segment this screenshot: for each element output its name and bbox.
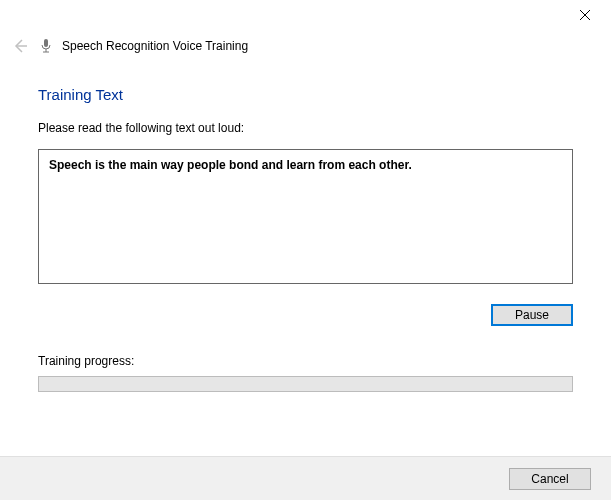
footer: Cancel (0, 456, 611, 500)
instructions-text: Please read the following text out loud: (38, 121, 573, 135)
back-arrow-icon (10, 36, 30, 56)
titlebar (0, 0, 611, 30)
header: Speech Recognition Voice Training (0, 30, 611, 66)
dialog-title: Speech Recognition Voice Training (62, 39, 248, 53)
section-title: Training Text (38, 86, 573, 103)
dialog-window: Speech Recognition Voice Training Traini… (0, 0, 611, 500)
progress-bar (38, 376, 573, 392)
reading-text-box: Speech is the main way people bond and l… (38, 149, 573, 284)
pause-button[interactable]: Pause (491, 304, 573, 326)
pause-row: Pause (38, 304, 573, 326)
close-icon[interactable] (569, 4, 601, 26)
reading-text: Speech is the main way people bond and l… (49, 158, 412, 172)
svg-rect-3 (44, 39, 48, 47)
cancel-button[interactable]: Cancel (509, 468, 591, 490)
progress-label: Training progress: (38, 354, 573, 368)
microphone-icon (38, 38, 54, 54)
content-area: Training Text Please read the following … (0, 66, 611, 392)
